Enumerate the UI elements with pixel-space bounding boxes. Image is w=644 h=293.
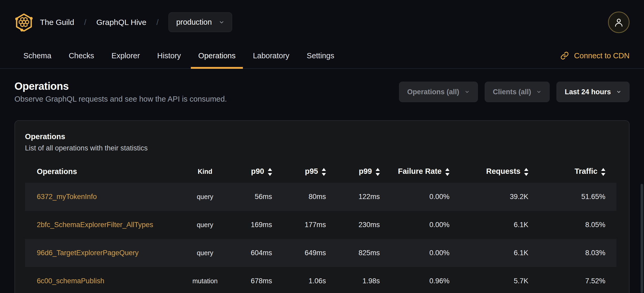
- kind-cell: query: [183, 183, 227, 211]
- tab-operations[interactable]: Operations: [191, 43, 243, 68]
- p99-cell: 122ms: [326, 183, 380, 211]
- chevron-down-icon: [536, 89, 541, 95]
- p99-cell: 825ms: [326, 239, 380, 267]
- connect-to-cdn-link[interactable]: Connect to CDN: [560, 51, 630, 60]
- table-row: 96d6_TargetExplorerPageQuery query 604ms…: [25, 239, 616, 267]
- p95-cell: 649ms: [272, 239, 326, 267]
- sort-desc-icon: [445, 173, 449, 176]
- column-header-p90[interactable]: p90: [227, 160, 272, 183]
- sort-arrows[interactable]: [601, 168, 605, 176]
- tab-schema[interactable]: Schema: [16, 43, 59, 68]
- card-title: Operations: [25, 132, 619, 141]
- page-subtitle: Observe GraphQL requests and see how the…: [14, 95, 227, 103]
- p90-cell: 169ms: [227, 211, 272, 239]
- page-title: Operations: [14, 80, 227, 92]
- table-header-row: Operations Kind p90 p95 p99 Failure Rate…: [25, 160, 616, 183]
- p95-cell: 177ms: [272, 211, 326, 239]
- sort-asc-icon: [268, 168, 272, 171]
- target-selector-dropdown[interactable]: production: [168, 12, 232, 32]
- sort-arrows[interactable]: [524, 168, 528, 176]
- requests-cell: 6.1K: [449, 211, 528, 239]
- tab-explorer[interactable]: Explorer: [104, 43, 147, 68]
- user-icon: [614, 17, 624, 28]
- operation-link[interactable]: 2bfc_SchemaExplorerFilter_AllTypes: [37, 221, 153, 229]
- sort-asc-icon: [524, 168, 528, 171]
- user-avatar[interactable]: [608, 12, 630, 33]
- requests-cell: 5.7K: [449, 267, 528, 293]
- sort-desc-icon: [268, 173, 272, 176]
- sort-asc-icon: [322, 168, 326, 171]
- p95-cell: 80ms: [272, 183, 326, 211]
- tab-checks[interactable]: Checks: [61, 43, 101, 68]
- column-header-kind: Kind: [183, 160, 227, 183]
- kind-cell: mutation: [183, 267, 227, 293]
- traffic-cell: 7.52%: [528, 267, 616, 293]
- p90-cell: 604ms: [227, 239, 272, 267]
- operation-link[interactable]: 96d6_TargetExplorerPageQuery: [37, 249, 139, 257]
- link-icon: [560, 51, 569, 60]
- target-selector-value: production: [176, 18, 212, 27]
- failure-rate-cell: 0.00%: [380, 211, 449, 239]
- kind-cell: query: [183, 211, 227, 239]
- operation-link[interactable]: 6372_myTokenInfo: [37, 193, 97, 201]
- sort-arrows[interactable]: [322, 168, 326, 176]
- guild-logo-icon[interactable]: [15, 13, 33, 32]
- breadcrumb: The Guild / GraphQL Hive / production: [40, 12, 232, 32]
- table-row: 6c00_schemaPublish mutation 678ms 1.06s …: [25, 267, 616, 293]
- sort-desc-icon: [601, 173, 605, 176]
- sort-arrows[interactable]: [376, 168, 380, 176]
- p99-cell: 230ms: [326, 211, 380, 239]
- sort-desc-icon: [322, 173, 326, 176]
- breadcrumb-project[interactable]: GraphQL Hive: [96, 18, 146, 27]
- column-header-failure-rate[interactable]: Failure Rate: [380, 160, 449, 183]
- breadcrumb-separator: /: [156, 18, 159, 27]
- column-header-operations: Operations: [25, 160, 183, 183]
- sort-asc-icon: [376, 168, 380, 171]
- clients-filter-dropdown[interactable]: Clients (all): [485, 82, 550, 102]
- column-header-p99[interactable]: p99: [326, 160, 380, 183]
- chevron-down-icon: [464, 89, 470, 95]
- p99-cell: 1.98s: [326, 267, 380, 293]
- tab-laboratory[interactable]: Laboratory: [246, 43, 297, 68]
- page-header: Operations Observe GraphQL requests and …: [0, 69, 644, 103]
- p90-cell: 56ms: [227, 183, 272, 211]
- failure-rate-cell: 0.00%: [380, 239, 449, 267]
- column-header-p95[interactable]: p95: [272, 160, 326, 183]
- column-header-requests[interactable]: Requests: [449, 160, 528, 183]
- operations-table: Operations Kind p90 p95 p99 Failure Rate…: [25, 160, 616, 293]
- sort-asc-icon: [445, 168, 449, 171]
- top-bar: The Guild / GraphQL Hive / production: [0, 0, 644, 32]
- chevron-down-icon: [616, 89, 621, 95]
- p90-cell: 678ms: [227, 267, 272, 293]
- operations-card: Operations List of all operations with t…: [14, 120, 630, 293]
- requests-cell: 6.1K: [449, 239, 528, 267]
- requests-cell: 39.2K: [449, 183, 528, 211]
- card-subtitle: List of all operations with their statis…: [25, 144, 619, 152]
- operations-filter-dropdown[interactable]: Operations (all): [399, 82, 478, 102]
- traffic-cell: 8.05%: [528, 211, 616, 239]
- tab-settings[interactable]: Settings: [299, 43, 342, 68]
- column-header-traffic[interactable]: Traffic: [528, 160, 616, 183]
- failure-rate-cell: 0.96%: [380, 267, 449, 293]
- table-row: 6372_myTokenInfo query 56ms 80ms 122ms 0…: [25, 183, 616, 211]
- kind-cell: query: [183, 239, 227, 267]
- operation-link[interactable]: 6c00_schemaPublish: [37, 277, 104, 285]
- sort-arrows[interactable]: [268, 168, 272, 176]
- breadcrumb-org[interactable]: The Guild: [40, 18, 74, 27]
- p95-cell: 1.06s: [272, 267, 326, 293]
- filter-bar: Operations (all) Clients (all) Last 24 h…: [399, 82, 630, 102]
- breadcrumb-separator: /: [84, 18, 86, 27]
- failure-rate-cell: 0.00%: [380, 183, 449, 211]
- sort-desc-icon: [376, 173, 380, 176]
- chevron-down-icon: [219, 19, 224, 25]
- sort-asc-icon: [601, 168, 605, 171]
- table-row: 2bfc_SchemaExplorerFilter_AllTypes query…: [25, 211, 616, 239]
- tab-bar: Schema Checks Explorer History Operation…: [0, 32, 644, 69]
- traffic-cell: 8.03%: [528, 239, 616, 267]
- period-filter-dropdown[interactable]: Last 24 hours: [556, 82, 630, 102]
- traffic-cell: 51.65%: [528, 183, 616, 211]
- sort-desc-icon: [524, 173, 528, 176]
- page-scrollbar[interactable]: [641, 184, 643, 293]
- tab-history[interactable]: History: [150, 43, 188, 68]
- sort-arrows[interactable]: [445, 168, 449, 176]
